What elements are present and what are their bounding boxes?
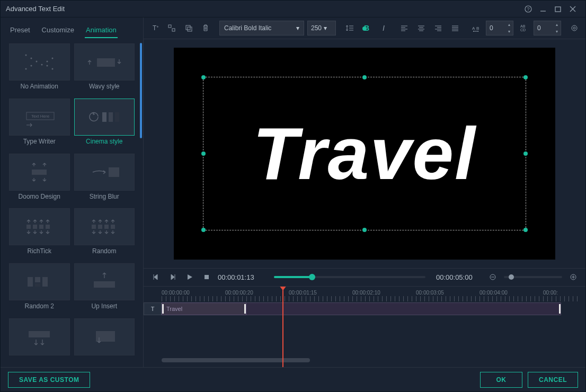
ok-button[interactable]: OK [480,372,522,388]
svg-text:+: + [156,24,159,29]
zoom-thumb[interactable] [509,274,514,280]
char-spacing-spinner[interactable]: 0 ▴▾ [486,21,513,35]
preset-extra-2[interactable] [74,318,135,362]
svg-text:B: B [476,26,479,31]
preset-random[interactable]: Random [74,208,135,259]
play-icon[interactable] [184,271,196,283]
zoom-slider[interactable] [504,276,562,278]
svg-rect-16 [97,58,115,67]
resize-handle-bm[interactable] [362,228,367,232]
svg-rect-34 [35,283,40,287]
window-title: Advanced Text Edit [6,5,521,13]
timeline: 00:00:00:00 00:00:00:20 00:00:01:15 00:0… [144,286,585,367]
align-center-icon[interactable] [414,21,428,35]
clip-edge-right[interactable] [559,304,561,314]
eyedropper-icon[interactable] [567,21,581,35]
tab-customize[interactable]: Customize [41,23,75,38]
preview-canvas[interactable]: Travel [174,48,555,260]
preset-richtick[interactable]: RichTick [9,208,70,259]
align-right-icon[interactable] [431,21,445,35]
svg-rect-19 [102,112,106,122]
svg-rect-21 [115,112,119,122]
preset-random-2[interactable]: Random 2 [9,263,70,314]
scrollbar-indicator[interactable] [140,43,142,138]
svg-rect-44 [188,27,192,31]
resize-handle-tr[interactable] [523,75,528,79]
timeline-scrollbar[interactable] [162,357,581,364]
svg-point-11 [52,58,54,59]
timeline-clip[interactable]: Travel [162,302,246,315]
clip-edge-left[interactable] [162,304,164,314]
svg-point-8 [36,61,38,63]
zoom-out-icon[interactable] [487,271,499,283]
timeline-ruler[interactable]: 00:00:00:00 00:00:00:20 00:00:01:15 00:0… [144,287,585,301]
svg-rect-42 [172,29,175,31]
footer: SAVE AS CUSTOM OK CANCEL [1,367,585,391]
font-size-value: 250 [311,24,322,32]
resize-handle-bl[interactable] [201,228,206,232]
preset-wavy-style[interactable]: Wavy style [74,43,135,94]
line-spacing-icon[interactable]: ABCD [517,21,530,35]
resize-handle-tl[interactable] [201,75,206,79]
help-icon[interactable]: ? [521,2,536,16]
maximize-icon[interactable] [551,2,565,16]
spinner-up-icon[interactable]: ▴ [553,21,561,28]
svg-rect-28 [92,225,96,229]
prev-frame-icon[interactable] [150,271,162,283]
svg-text:?: ? [527,6,529,12]
track-type-label[interactable]: T [144,302,162,315]
font-select[interactable]: Calibri Bold Italic ▾ [219,21,304,35]
svg-text:AB: AB [520,24,526,28]
spinner-down-icon[interactable]: ▾ [505,28,513,35]
playback-bar: 00:00:01:13 00:00:05:00 [144,268,585,286]
svg-rect-24 [26,225,31,229]
preset-string-blur[interactable]: String Blur [74,154,135,204]
preset-no-animation[interactable]: No Animation [9,43,70,94]
group-icon[interactable] [165,21,179,35]
slider-thumb[interactable] [309,274,315,280]
svg-point-49 [572,25,577,31]
svg-rect-3 [555,7,561,12]
tab-preset[interactable]: Preset [9,23,31,38]
font-size-select[interactable]: 250 ▾ [307,21,336,35]
spinner-up-icon[interactable]: ▴ [505,21,513,28]
preset-extra-1[interactable] [9,318,70,362]
bold-icon[interactable]: B [360,21,374,35]
spinner-down-icon[interactable]: ▾ [553,28,561,35]
canvas-text[interactable]: Travel [174,111,555,197]
playhead[interactable] [282,287,283,367]
char-spacing-icon[interactable]: AB [469,21,483,35]
align-left-icon[interactable] [397,21,411,35]
next-frame-icon[interactable] [167,271,179,283]
svg-rect-32 [28,277,33,287]
minimize-icon[interactable] [536,2,551,16]
rotate-handle[interactable] [362,26,367,31]
preset-type-writer[interactable]: Text Here Type Writer [9,99,70,149]
svg-text:Text Here: Text Here [31,114,50,119]
resize-handle-br[interactable] [523,228,528,232]
clip-edge-right[interactable] [244,304,246,314]
tab-animation[interactable]: Animation [85,23,118,38]
svg-rect-23 [109,167,119,177]
stop-icon[interactable] [201,271,212,283]
line-height-icon[interactable] [343,21,357,35]
save-as-custom-button[interactable]: SAVE AS CUSTOM [8,372,90,388]
sidebar-tabs: Preset Customize Animation [1,17,143,38]
cancel-button[interactable]: CANCEL [528,372,578,388]
zoom-in-icon[interactable] [567,271,579,283]
svg-rect-33 [35,277,40,282]
add-text-icon[interactable]: T+ [148,21,162,35]
line-spacing-spinner[interactable]: 0 ▴▾ [534,21,561,35]
align-justify-icon[interactable] [448,21,462,35]
copy-icon[interactable] [182,21,196,35]
trash-icon[interactable] [199,21,212,35]
preset-up-insert[interactable]: Up Insert [74,263,135,314]
preset-doomo-design[interactable]: Doomo Design [9,154,70,204]
svg-point-9 [41,64,43,66]
titlebar: Advanced Text Edit ? [1,1,585,17]
italic-icon[interactable]: I [377,21,390,35]
close-icon[interactable] [565,2,580,16]
preset-cinema-style[interactable]: Cinema style [74,99,135,149]
playback-slider[interactable] [274,276,425,278]
resize-handle-tm[interactable] [362,75,367,79]
